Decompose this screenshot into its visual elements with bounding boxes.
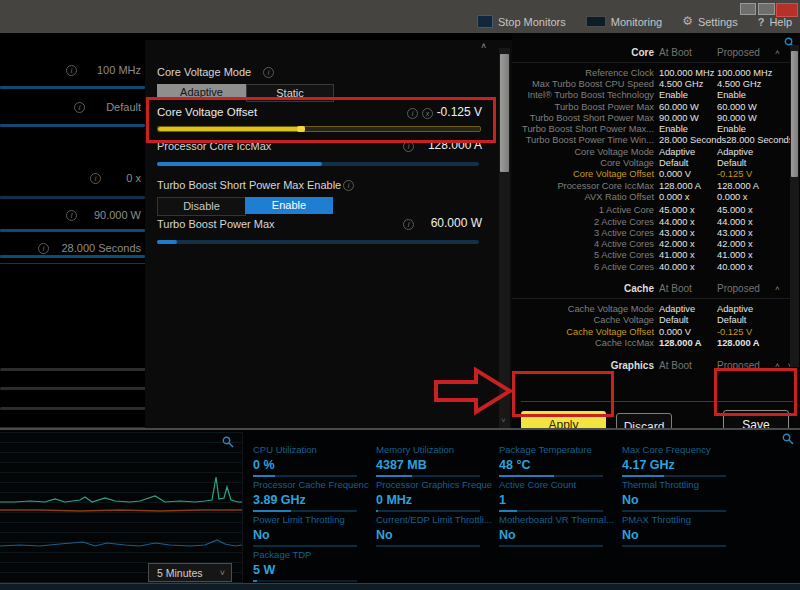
divider (521, 401, 793, 402)
bg-slider[interactable] (0, 86, 145, 89)
col-at-boot: At Boot (659, 360, 717, 371)
disable-button[interactable]: Disable (157, 197, 246, 216)
telemetry-cell: Power Limit ThrottlingNo (253, 514, 369, 547)
info-icon[interactable]: i (66, 210, 77, 221)
table-row: Cache VoltageDefaultDefault (512, 315, 794, 326)
enable-button[interactable]: Enable (245, 197, 333, 214)
table-row: 2 Active Cores44.000 x44.000 x (512, 216, 794, 227)
proposed-values-panel: Core At Boot Proposed ˄ Reference Clock1… (512, 33, 800, 428)
magnifier-icon[interactable] (782, 433, 794, 445)
col-proposed: Proposed (717, 283, 775, 294)
time-range-select[interactable]: 5 Minutes ˅ (148, 563, 232, 582)
info-icon[interactable]: i (90, 173, 101, 184)
table-row-cache-voltage-offset: Cache Voltage Offset0.000 V-0.125 V (512, 326, 794, 337)
table-row: Turbo Boost Short Power Max...EnableEnab… (512, 123, 794, 134)
table-row: 1 Active Core45.000 x45.000 x (512, 205, 794, 216)
monitoring-button[interactable]: Monitoring (586, 16, 662, 28)
time-range-value: 5 Minutes (157, 567, 203, 579)
processor-core-iccmax-slider[interactable] (157, 162, 479, 166)
table-row: Cache Voltage ModeAdaptiveAdaptive (512, 303, 794, 314)
stop-monitors-button[interactable]: Stop Monitors (477, 15, 566, 28)
section-title: Cache (512, 283, 659, 294)
tab-static[interactable]: Static (246, 84, 334, 102)
telemetry-cell: Max Core Frequency4.17 GHz (622, 444, 738, 477)
maximize-button[interactable] (758, 3, 775, 15)
bg-row-short-power-max: i 90.000 W (0, 209, 145, 223)
scrollbar-thumb[interactable] (500, 54, 509, 172)
info-icon[interactable]: i (66, 65, 77, 76)
chevron-up-icon[interactable]: ˄ (481, 41, 486, 51)
table-row: AVX Ratio Offset0.000 x0.000 x (512, 191, 794, 202)
info-icon[interactable]: i (38, 243, 49, 254)
turbo-boost-power-max-slider[interactable] (157, 240, 479, 244)
core-section-header: Core At Boot Proposed ˄ (512, 46, 794, 59)
tab-adaptive[interactable]: Adaptive (157, 84, 246, 100)
table-row: 4 Active Cores42.000 x42.000 x (512, 238, 794, 249)
divider (0, 263, 145, 264)
monitoring-panel: 5 Minutes ˅ CPU Utilization0 % Memory Ut… (0, 430, 800, 583)
stop-monitors-label: Stop Monitors (498, 16, 566, 28)
help-button[interactable]: ? Help (758, 16, 792, 28)
col-proposed: Proposed (717, 360, 775, 371)
proposed-table: Core At Boot Proposed ˄ Reference Clock1… (512, 46, 794, 372)
collapse-icon[interactable]: ˄ (775, 284, 780, 293)
scrollbar[interactable] (790, 45, 799, 367)
monitoring-icon (586, 16, 606, 27)
chevron-down-icon: ˅ (220, 564, 225, 583)
core-voltage-mode-label: Core Voltage Mode (157, 66, 251, 78)
xtu-window: Stop Monitors Monitoring ⚙ Settings ? He… (0, 0, 800, 590)
table-row: Turbo Boost Short Power Max90.000 W90.00… (512, 112, 794, 123)
telemetry-cell: Processor Graphics Freque...0 MHz (376, 479, 492, 512)
info-icon[interactable]: i (403, 219, 414, 230)
collapse-icon[interactable]: ˄ (775, 48, 780, 57)
ratio-slider-2-active-cores[interactable] (0, 387, 163, 390)
telemetry-cell: Motherboard VR Thermal...No (499, 514, 615, 547)
graph-line-orange (0, 510, 242, 511)
col-at-boot: At Boot (659, 47, 717, 58)
monitoring-graph: 5 Minutes ˅ (0, 432, 243, 583)
magnifier-icon[interactable] (222, 436, 234, 448)
section-title: Core (512, 47, 659, 58)
bg-slider[interactable] (0, 229, 145, 232)
telemetry-cell: Processor Cache Frequency3.89 GHz (253, 479, 369, 512)
bg-slider[interactable] (0, 196, 145, 199)
bg-slider[interactable] (0, 124, 145, 127)
settings-button[interactable]: ⚙ Settings (682, 16, 738, 28)
table-row: Turbo Boost Power Max60.000 W60.000 W (512, 101, 794, 112)
ratio-slider-1-active-core[interactable] (0, 368, 168, 371)
titlebar: Stop Monitors Monitoring ⚙ Settings ? He… (0, 0, 800, 33)
bg-row-power-time-window: i 28.000 Seconds (0, 242, 145, 256)
telemetry-cell: Package TDP5 W (253, 549, 369, 582)
table-row: Reference Clock100.000 MHz100.000 MHz (512, 67, 794, 78)
annotation-arrow-right (434, 366, 514, 416)
info-icon[interactable]: i (263, 67, 274, 78)
window-bottom-edge (0, 583, 800, 590)
telemetry-grid: CPU Utilization0 % Memory Utilization438… (244, 430, 800, 583)
table-row: 3 Active Cores43.000 x43.000 x (512, 227, 794, 238)
info-icon[interactable]: i (407, 108, 418, 119)
stop-monitors-icon (477, 15, 493, 28)
reset-icon[interactable]: x (422, 108, 433, 119)
info-icon[interactable]: i (343, 180, 354, 191)
scrollbar-thumb[interactable] (791, 51, 798, 177)
info-icon[interactable]: i (403, 141, 414, 152)
chevron-down-icon[interactable]: ˅ (501, 416, 506, 425)
info-icon[interactable]: i (74, 102, 85, 113)
help-icon: ? (758, 16, 765, 28)
core-voltage-offset-value[interactable]: -0.125 V (437, 105, 482, 119)
table-row: Turbo Boost Power Time Win...28.000 Seco… (512, 135, 794, 146)
monitoring-label: Monitoring (611, 16, 662, 28)
processor-core-iccmax-value[interactable]: 128.000 A (428, 138, 482, 152)
collapse-icon[interactable]: ˄ (775, 361, 780, 370)
minimize-button[interactable] (740, 3, 756, 15)
bg-row-avx-offset: i 0 x (0, 172, 145, 186)
table-row: Max Turbo Boost CPU Speed4.500 GHz4.500 … (512, 78, 794, 89)
ratio-slider-3-active-cores[interactable] (0, 407, 157, 410)
telemetry-cell: Package Temperature48 °C (499, 444, 615, 477)
bg-row-reference-clock: i 100 MHz (0, 64, 145, 78)
table-row: Cache IccMax128.000 A128.000 A (512, 337, 794, 348)
turbo-boost-power-max-value[interactable]: 60.000 W (431, 216, 482, 230)
bg-slider[interactable] (0, 255, 145, 258)
settings-label: Settings (698, 16, 738, 28)
core-voltage-offset-slider[interactable] (157, 126, 481, 132)
